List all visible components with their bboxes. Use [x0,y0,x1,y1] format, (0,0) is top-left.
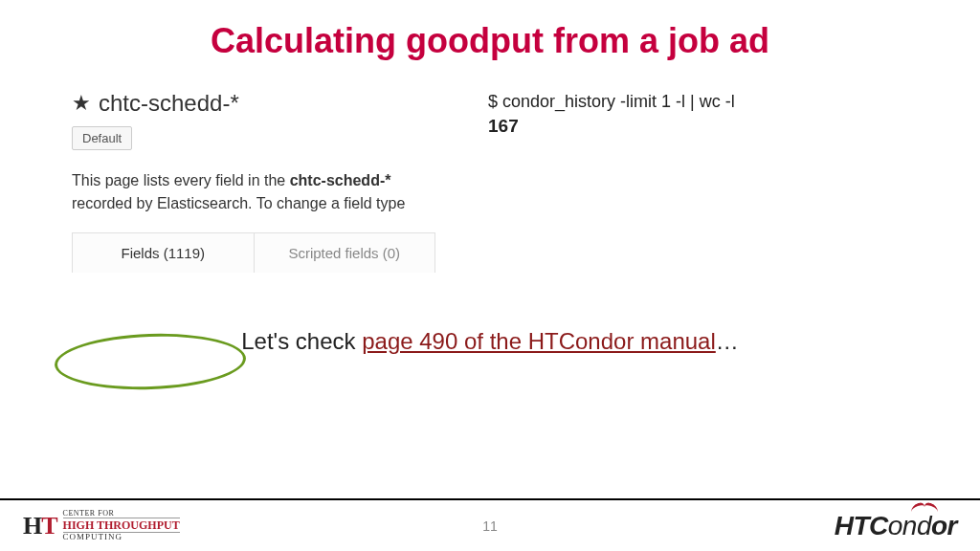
lets-check-line: Let's check page 490 of the HTCondor man… [0,328,980,355]
lets-suffix: … [716,328,739,354]
lets-prefix: Let's check [241,328,362,354]
htc-on: ond [888,511,931,540]
chtc-text: CENTER FOR HIGH THROUGHPUT COMPUTING [63,510,180,541]
shell-command: $ condor_history -limit 1 -l | wc -l [488,92,735,112]
terminal-panel: $ condor_history -limit 1 -l | wc -l 167 [455,90,735,273]
tab-scripted-fields[interactable]: Scripted fields (0) [255,233,435,273]
slide-footer: HT CENTER FOR HIGH THROUGHPUT COMPUTING … [0,498,980,551]
shell-output: 167 [488,116,735,137]
ht-mark-icon: HT [23,512,57,540]
page-number: 11 [482,518,498,534]
chtc-line1: CENTER FOR [63,510,180,518]
bird-icon [911,503,938,515]
logo-h: H [23,512,41,540]
chtc-line2: HIGH THROUGHPUT [63,518,180,533]
htcondor-logo: HTCondor [835,511,957,541]
tab-fields[interactable]: Fields (1119) [73,233,255,273]
content-area: ★ chtc-schedd-* Default This page lists … [0,61,980,273]
star-icon: ★ [72,91,91,116]
manual-link[interactable]: page 490 of the HTCondor manual [362,328,716,354]
field-tabs: Fields (1119) Scripted fields (0) [72,232,435,273]
index-pattern-name: chtc-schedd-* [99,90,239,117]
logo-t: T [41,512,56,540]
default-badge: Default [72,126,132,150]
desc-text-2: recorded by Elasticsearch. To change a f… [72,195,405,211]
index-pattern-header: ★ chtc-schedd-* [72,90,455,117]
htc-ht: HT [835,511,869,540]
kibana-panel: ★ chtc-schedd-* Default This page lists … [72,90,455,273]
pattern-description: This page lists every field in the chtc-… [72,169,445,215]
desc-text-1: This page lists every field in the [72,172,290,188]
slide-title: Calculating goodput from a job ad [0,0,980,61]
chtc-line3: COMPUTING [63,533,180,541]
htc-c: C [869,511,888,540]
chtc-logo: HT CENTER FOR HIGH THROUGHPUT COMPUTING [23,510,180,541]
desc-bold: chtc-schedd-* [290,172,391,188]
